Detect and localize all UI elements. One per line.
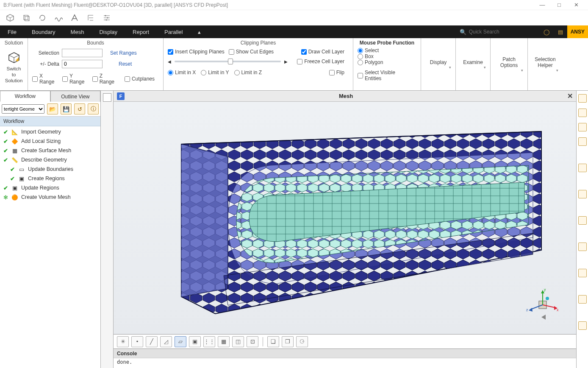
- cutplanes-checkbox[interactable]: Cutplanes: [125, 76, 155, 82]
- console-header[interactable]: Console: [114, 348, 576, 358]
- reset-icon[interactable]: ↺: [74, 103, 85, 114]
- draw-cell-checkbox[interactable]: Draw Cell Layer: [301, 49, 344, 55]
- ribbon-display-button[interactable]: Display ▾: [421, 38, 456, 90]
- fluent-badge: F: [117, 92, 125, 100]
- rtool-5-icon[interactable]: [578, 164, 587, 172]
- refresh-icon[interactable]: [38, 14, 47, 22]
- menu-boundary[interactable]: Boundary: [24, 25, 63, 38]
- vt-graph-icon[interactable]: ⚆: [296, 336, 308, 347]
- vt-edge-icon[interactable]: ◿: [160, 336, 172, 347]
- rtool-4-icon[interactable]: [578, 137, 587, 146]
- menu-report[interactable]: Report: [125, 25, 157, 38]
- rtool-1-icon[interactable]: [578, 94, 587, 103]
- limit-y-radio[interactable]: Limit in Y: [201, 70, 229, 75]
- open-icon[interactable]: 📂: [47, 103, 58, 114]
- node-update-boundaries[interactable]: ✔▭Update Boundaries: [2, 164, 99, 174]
- vt-dim-icon[interactable]: ◫: [232, 336, 244, 347]
- switch-to-solution-button[interactable]: Switch to Solution: [4, 66, 23, 84]
- layout-icon[interactable]: [103, 93, 111, 102]
- vt-grid-icon[interactable]: ▦: [218, 336, 230, 347]
- viewport-close-icon[interactable]: ✕: [567, 92, 573, 100]
- vt-box1-icon[interactable]: ❏: [267, 336, 279, 347]
- vt-point-icon[interactable]: •: [131, 336, 143, 347]
- search-input[interactable]: [469, 29, 528, 35]
- vt-node-icon[interactable]: ⊡: [247, 336, 258, 347]
- settings-lines-icon[interactable]: [103, 14, 111, 22]
- vt-axes-icon[interactable]: ✳: [117, 336, 129, 347]
- vt-line-icon[interactable]: ╱: [146, 336, 158, 347]
- rtool-2-icon[interactable]: [578, 109, 587, 117]
- rtool-11-icon[interactable]: [578, 321, 587, 330]
- rtool-6-icon[interactable]: [578, 190, 587, 198]
- menu-display[interactable]: Display: [92, 25, 125, 38]
- rtool-8-icon[interactable]: [578, 243, 587, 251]
- insert-clip-checkbox[interactable]: Insert Clipping Planes: [168, 49, 225, 55]
- wave-icon[interactable]: [54, 14, 63, 22]
- cube-wire-icon[interactable]: [22, 14, 31, 22]
- set-ranges-link[interactable]: Set Ranges: [110, 50, 137, 56]
- xrange-checkbox[interactable]: X Range: [32, 73, 58, 85]
- probe-polygon-radio[interactable]: Polygon: [358, 59, 411, 65]
- probe-select-radio[interactable]: Select: [358, 47, 411, 53]
- node-update-regions[interactable]: ✔▣Update Regions: [2, 183, 99, 192]
- check-icon: ✔: [3, 185, 8, 191]
- slider-left-icon[interactable]: ◀: [168, 59, 171, 64]
- rtool-10-icon[interactable]: [578, 295, 587, 304]
- rtool-7-icon[interactable]: [578, 216, 587, 225]
- node-volume-mesh[interactable]: ✻🟠Create Volume Mesh: [2, 192, 99, 202]
- zrange-checkbox[interactable]: Z Range: [92, 73, 118, 85]
- clip-slider[interactable]: [175, 61, 281, 62]
- rtool-9-icon[interactable]: [578, 269, 587, 277]
- cube-solid-icon[interactable]: [6, 14, 14, 22]
- rtool-3-icon[interactable]: [578, 123, 587, 131]
- vt-volume-icon[interactable]: ▣: [189, 336, 201, 347]
- limit-x-radio[interactable]: Limit in X: [168, 70, 196, 75]
- limit-z-radio[interactable]: Limit in Z: [234, 70, 262, 75]
- save-icon[interactable]: 💾: [61, 103, 72, 114]
- ribbon-selection-helper-button[interactable]: Selection Helper ▾: [528, 38, 563, 90]
- vt-surface-icon[interactable]: ▱: [175, 336, 186, 347]
- probe-box-radio[interactable]: Box: [358, 53, 411, 59]
- tree-icon[interactable]: [86, 14, 95, 22]
- boundaries-icon: ▭: [18, 166, 25, 173]
- ribbon-patch-button[interactable]: Patch Options ▾: [491, 38, 528, 90]
- quick-search[interactable]: 🔍: [455, 25, 540, 38]
- logo-a-icon[interactable]: [70, 14, 79, 22]
- menu-mesh[interactable]: Mesh: [63, 25, 92, 38]
- mesh-canvas[interactable]: y x z: [114, 102, 576, 334]
- tab-workflow[interactable]: Workflow: [0, 91, 50, 102]
- window-title: B:Fluent (with Fluent Meshing) Fluent@DE…: [3, 2, 228, 8]
- minimize-button[interactable]: —: [534, 2, 551, 8]
- orientation-triad[interactable]: y x z: [525, 287, 559, 321]
- vt-box2-icon[interactable]: ❐: [282, 336, 294, 347]
- node-import-geometry[interactable]: ✔📐Import Geometry: [2, 127, 99, 137]
- vt-cells-icon[interactable]: ⋮⋮: [203, 336, 215, 347]
- tab-outline[interactable]: Outline View: [50, 91, 101, 102]
- selection-input[interactable]: [62, 49, 103, 57]
- slider-right-icon[interactable]: ▶: [284, 59, 288, 64]
- menu-file[interactable]: File: [0, 25, 24, 38]
- close-button[interactable]: ✕: [568, 2, 585, 8]
- panel-icon[interactable]: ▤: [554, 25, 567, 38]
- menu-parallel[interactable]: Parallel: [157, 25, 190, 38]
- show-cut-checkbox[interactable]: Show Cut Edges: [229, 49, 274, 55]
- yrange-checkbox[interactable]: Y Range: [62, 73, 88, 85]
- node-local-sizing[interactable]: ✔🔶Add Local Sizing: [2, 137, 99, 146]
- info-icon[interactable]: ⓘ: [88, 103, 99, 114]
- delta-input[interactable]: [62, 60, 103, 68]
- select-visible-checkbox[interactable]: Select Visible Entities: [358, 70, 412, 81]
- ribbon-examine-button[interactable]: Examine ▾: [456, 38, 491, 90]
- node-surface-mesh[interactable]: ✔▦Create Surface Mesh: [2, 146, 99, 155]
- help-icon[interactable]: ◯: [540, 25, 554, 38]
- maximize-button[interactable]: □: [551, 2, 568, 8]
- mouse-probe-title: Mouse Probe Function: [358, 40, 416, 46]
- freeze-cell-checkbox[interactable]: Freeze Cell Layer: [297, 59, 344, 64]
- node-create-regions[interactable]: ✔▣Create Regions: [2, 174, 99, 183]
- menu-caret[interactable]: ▴: [190, 25, 208, 38]
- viewport: F Mesh ✕: [114, 91, 576, 368]
- node-describe-geometry[interactable]: ✔📏Describe Geometry: [2, 155, 99, 164]
- workflow-type-select[interactable]: tertight Geome: [2, 104, 44, 114]
- solution-icon[interactable]: [7, 51, 21, 64]
- reset-link[interactable]: Reset: [119, 61, 132, 67]
- flip-checkbox[interactable]: Flip: [329, 70, 344, 75]
